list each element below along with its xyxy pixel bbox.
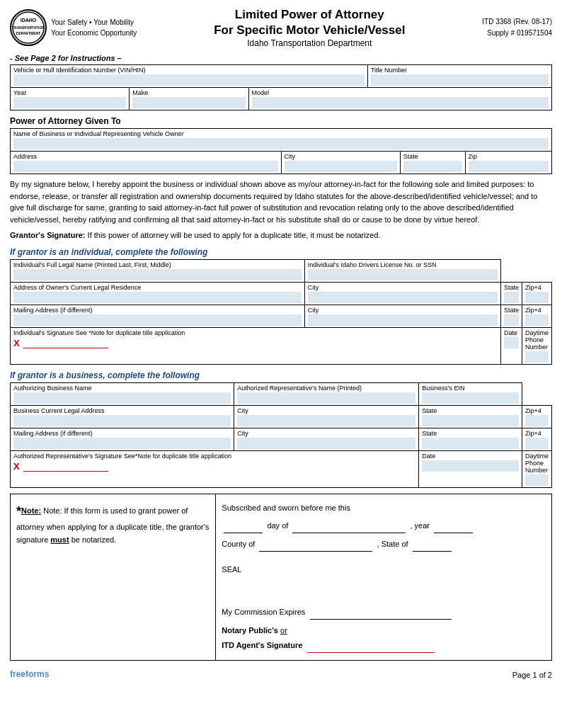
year-field[interactable] [434, 523, 473, 533]
biz-address-value[interactable] [13, 415, 231, 426]
biz-mailing-label: Mailing Address (if different) [13, 430, 231, 437]
ind-mailing-state-label: State [504, 307, 519, 314]
poa-table: Name of Business or Individual Represent… [10, 128, 552, 174]
biz-auth-name-value[interactable] [13, 392, 231, 404]
ind-address-value[interactable] [13, 292, 302, 303]
state-of-text: , State of [377, 540, 408, 548]
notary-sig-row: Notary Public's or [222, 624, 546, 638]
biz-mailing-zip4-value[interactable] [525, 438, 549, 449]
ind-city-label: City [308, 284, 498, 291]
biz-auth-name-label: Authorizing Business Name [13, 385, 231, 392]
individual-table: Individual's Full Legal Name (Printed La… [10, 259, 552, 365]
subscribed-line: Subscribed and sworn before me this [222, 501, 546, 516]
dept-name: Idaho Transportation Department [137, 38, 482, 48]
form-title-line1: Limited Power of Attorney [137, 7, 482, 23]
day-field[interactable] [224, 523, 263, 533]
poa-section-title: Power of Attorney Given To [10, 116, 552, 126]
year-value[interactable] [13, 97, 126, 108]
poa-city-value[interactable] [285, 161, 397, 172]
biz-mailing-value[interactable] [13, 438, 231, 449]
biz-state-value[interactable] [422, 415, 519, 426]
poa-state-value[interactable] [403, 161, 462, 172]
idaho-logo: IDAHO TRANSPORTATION DEPARTMENT [10, 9, 47, 46]
vin-value[interactable] [13, 74, 365, 86]
ind-date-label: Date [504, 329, 519, 336]
ind-mailing-zip4-value[interactable] [525, 314, 549, 326]
notary-note-left: *Note: Note: If this form is used to gra… [11, 494, 216, 661]
commission-row: My Commission Expires [222, 605, 546, 620]
biz-ein-value[interactable] [422, 392, 519, 404]
notary-right-panel: Subscribed and sworn before me this day … [216, 494, 551, 661]
biz-sig-label: Authorized Representative's Signature Se… [13, 453, 415, 460]
biz-mailing-city-value[interactable] [237, 438, 415, 449]
poa-city-label: City [285, 153, 397, 160]
ind-dlssn-value[interactable] [308, 269, 498, 280]
poa-address-value[interactable] [13, 161, 278, 172]
ind-city-value[interactable] [308, 292, 498, 303]
business-table: Authorizing Business Name Authorized Rep… [10, 382, 552, 488]
page-number: Page 1 of 2 [512, 671, 552, 679]
ind-zip4-value[interactable] [525, 292, 549, 303]
year-label-text: year [415, 521, 430, 530]
county-field[interactable] [259, 542, 372, 552]
seal-label: SEAL [222, 563, 546, 577]
notary-sig-field[interactable] [307, 643, 435, 653]
business-section-header: If grantor is a business, complete the f… [10, 370, 552, 380]
poa-state-label: State [403, 153, 462, 160]
tagline-line1: Your Safety • Your Mobility [51, 17, 137, 28]
header-tagline: Your Safety • Your Mobility Your Economi… [51, 17, 137, 38]
biz-ein-label: Business's EIN [422, 385, 519, 392]
biz-city-value[interactable] [237, 415, 415, 426]
biz-name-value[interactable] [13, 138, 549, 149]
ind-mailing-state-value[interactable] [504, 314, 519, 326]
make-value[interactable] [132, 97, 245, 108]
notary-state-field[interactable] [413, 542, 452, 552]
ind-mailing-city-label: City [308, 307, 498, 314]
ind-phone-label: Daytime Phone Number [525, 329, 549, 351]
biz-address-label: Business Current Legal Address [13, 407, 231, 414]
biz-mailing-state-label: State [422, 430, 519, 437]
ind-dlssn-label: Individual's Idaho Drivers License No. o… [308, 261, 498, 268]
biz-city-label: City [237, 407, 415, 414]
model-label: Model [252, 89, 549, 96]
ind-sig-field[interactable] [23, 339, 108, 348]
tagline-line2: Your Economic Opportunity [51, 28, 137, 38]
biz-zip4-value[interactable] [525, 415, 549, 426]
poa-zip-label: Zip [469, 153, 549, 160]
biz-rep-name-value[interactable] [237, 392, 415, 404]
biz-sig-field[interactable] [23, 462, 108, 472]
ind-date-value[interactable] [504, 337, 519, 348]
ind-state-value[interactable] [504, 292, 519, 303]
ind-fullname-value[interactable] [13, 269, 302, 280]
model-value[interactable] [252, 97, 549, 108]
county-of-text: County of [222, 540, 255, 548]
biz-date-value[interactable] [422, 460, 519, 472]
vin-table: Vehicle or Hull Identification Number (V… [10, 64, 552, 110]
subscribed-text: Subscribed and sworn before me this [222, 504, 350, 512]
page-header: IDAHO TRANSPORTATION DEPARTMENT Your Saf… [10, 7, 552, 48]
itd-sig-row: ITD Agent's Signature [222, 639, 546, 653]
biz-zip4-label: Zip+4 [525, 407, 549, 414]
footer: freeforms Page 1 of 2 [10, 665, 552, 679]
day-of-text: day of [267, 521, 288, 530]
commission-field[interactable] [310, 610, 452, 620]
ind-x-marker: X [13, 338, 20, 348]
title-number-value[interactable] [371, 74, 549, 86]
month-field[interactable] [292, 523, 406, 533]
biz-mailing-state-value[interactable] [422, 438, 519, 449]
svg-text:DEPARTMENT: DEPARTMENT [16, 31, 40, 35]
header-left: IDAHO TRANSPORTATION DEPARTMENT Your Saf… [10, 9, 137, 46]
freeforms-logo: freeforms [10, 669, 49, 679]
ind-address-label: Address of Owner's Current Legal Residen… [13, 284, 302, 291]
poa-zip-value[interactable] [469, 161, 549, 172]
header-right: ITD 3368 (Rev. 08-17) Supply # 019571504 [482, 16, 552, 39]
supply-number: Supply # 019571504 [482, 28, 552, 39]
ind-mailing-city-value[interactable] [308, 314, 498, 326]
biz-date-label: Date [422, 453, 519, 460]
biz-phone-value[interactable] [525, 474, 549, 486]
grantor-sig-note: Grantor's Signature: If this power of at… [10, 229, 552, 241]
ind-mailing-value[interactable] [13, 314, 302, 326]
biz-mailing-city-label: City [237, 430, 415, 437]
ind-phone-value[interactable] [525, 351, 549, 363]
county-line: County of , State of [222, 538, 546, 552]
